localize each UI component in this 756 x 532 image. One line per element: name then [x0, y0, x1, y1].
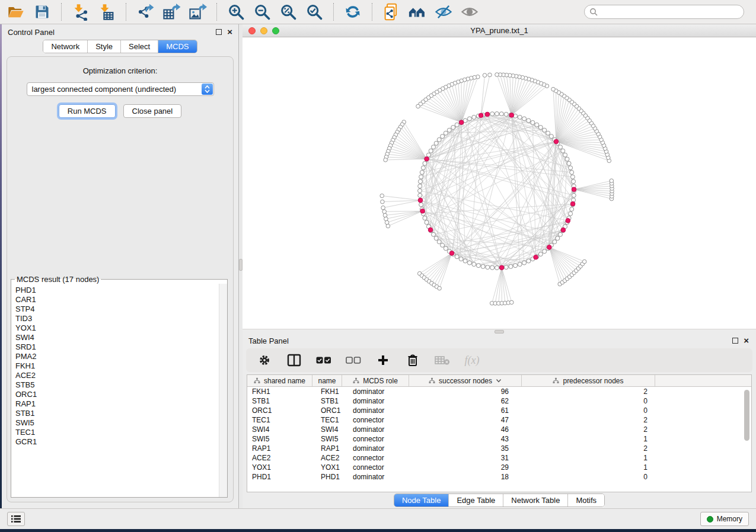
mcds-result-item[interactable]: STB1	[15, 409, 219, 418]
network-node[interactable]	[504, 265, 508, 270]
table-scrollbar-thumb[interactable]	[744, 390, 749, 441]
table-row[interactable]: TEC1TEC1connector472	[247, 415, 751, 425]
network-node[interactable]	[380, 194, 384, 198]
column-header-shared-name[interactable]: shared name	[247, 375, 312, 386]
float-panel-icon[interactable]	[216, 29, 222, 35]
network-node[interactable]	[476, 264, 480, 268]
network-node[interactable]	[510, 300, 514, 305]
network-view[interactable]	[243, 37, 756, 329]
network-node[interactable]	[559, 232, 563, 236]
network-node[interactable]	[549, 134, 553, 139]
maximize-window-icon[interactable]	[272, 27, 279, 34]
table-row[interactable]: PHD1PHD1dominator180	[247, 472, 751, 482]
add-column-icon[interactable]	[375, 352, 391, 368]
network-node[interactable]	[572, 180, 576, 184]
home-networks-icon[interactable]	[407, 2, 428, 22]
network-node[interactable]	[426, 153, 430, 157]
tab-style[interactable]: Style	[88, 40, 121, 53]
memory-button[interactable]: Memory	[700, 512, 749, 526]
mcds-result-item[interactable]: FKH1	[15, 361, 219, 371]
network-node[interactable]	[451, 126, 455, 130]
network-node[interactable]	[567, 161, 571, 165]
tab-network-table[interactable]: Network Table	[503, 494, 568, 507]
table-scrollbar[interactable]	[744, 388, 750, 491]
network-node[interactable]	[483, 73, 487, 78]
network-node[interactable]	[570, 170, 574, 174]
network-node[interactable]	[556, 236, 560, 241]
network-node[interactable]	[432, 232, 436, 236]
network-node[interactable]	[518, 115, 522, 119]
network-node[interactable]	[535, 123, 539, 127]
mcds-result-item[interactable]: SWI5	[15, 418, 219, 428]
network-node[interactable]	[513, 264, 518, 268]
zoom-selected-icon[interactable]	[304, 2, 324, 22]
network-node[interactable]	[522, 117, 527, 121]
network-node[interactable]	[518, 262, 522, 267]
mcds-list-scrollbar[interactable]	[219, 284, 227, 497]
mcds-result-item[interactable]: PMA2	[15, 352, 219, 361]
zoom-out-icon[interactable]	[252, 2, 272, 22]
zoom-fit-icon[interactable]	[278, 2, 298, 22]
mcds-result-item[interactable]: SWI4	[15, 333, 219, 342]
network-node[interactable]	[434, 236, 438, 241]
network-node[interactable]	[455, 123, 459, 127]
network-node[interactable]	[509, 264, 513, 268]
table-row[interactable]: STB1STB1dominator620	[247, 396, 751, 406]
table-row[interactable]: FKH1FKH1dominator962	[247, 387, 751, 396]
mcds-node[interactable]	[428, 227, 433, 232]
table-row[interactable]: ACE2ACE2connector311	[247, 453, 751, 463]
network-node[interactable]	[546, 131, 550, 135]
mcds-node[interactable]	[572, 187, 576, 192]
task-history-button[interactable]	[7, 512, 25, 526]
mcds-node[interactable]	[509, 113, 514, 118]
mcds-node[interactable]	[554, 139, 559, 144]
export-network-icon[interactable]	[135, 2, 155, 22]
network-node[interactable]	[495, 266, 499, 270]
mcds-result-item[interactable]: ORC1	[15, 390, 219, 399]
network-node[interactable]	[455, 255, 459, 259]
mcds-node[interactable]	[420, 209, 425, 214]
mcds-result-item[interactable]: RAP1	[15, 399, 219, 409]
network-node[interactable]	[565, 157, 569, 161]
import-table-icon[interactable]	[97, 2, 117, 22]
network-node[interactable]	[441, 243, 445, 247]
network-node[interactable]	[569, 211, 573, 216]
network-node[interactable]	[432, 145, 436, 149]
delete-column-icon[interactable]	[405, 352, 420, 368]
network-node[interactable]	[488, 73, 492, 77]
settings-gear-icon[interactable]	[257, 352, 272, 368]
network-node[interactable]	[419, 175, 423, 179]
mcds-node[interactable]	[566, 219, 570, 223]
network-node[interactable]	[463, 259, 467, 263]
zoom-in-icon[interactable]	[226, 2, 246, 22]
network-node[interactable]	[559, 145, 563, 149]
network-node[interactable]	[418, 180, 422, 184]
network-node[interactable]	[419, 203, 423, 207]
mcds-node[interactable]	[547, 245, 552, 250]
network-node[interactable]	[437, 137, 441, 142]
network-node[interactable]	[570, 207, 574, 211]
export-table-icon[interactable]	[161, 2, 181, 22]
optimization-criterion-select[interactable]: largest connected component (undirected)	[27, 82, 214, 96]
network-node[interactable]	[481, 264, 485, 268]
mcds-node[interactable]	[425, 157, 429, 162]
search-input[interactable]	[601, 8, 739, 16]
network-node[interactable]	[423, 216, 427, 220]
network-node[interactable]	[486, 265, 490, 270]
network-node[interactable]	[423, 161, 427, 165]
network-node[interactable]	[543, 249, 547, 254]
table-row[interactable]: ORC1ORC1dominator610	[247, 406, 751, 415]
network-node[interactable]	[418, 189, 422, 193]
network-node[interactable]	[381, 200, 385, 204]
mcds-result-item[interactable]: YOX1	[15, 323, 219, 333]
network-node[interactable]	[382, 210, 387, 214]
tab-mcds[interactable]: MCDS	[158, 40, 196, 53]
table-row[interactable]: RAP1RAP1dominator352	[247, 444, 751, 453]
hide-selected-icon[interactable]	[433, 2, 454, 22]
network-share-icon[interactable]	[381, 2, 401, 22]
mcds-result-item[interactable]: GCR1	[15, 437, 219, 447]
minimize-window-icon[interactable]	[260, 27, 267, 34]
mcds-result-item[interactable]: PHD1	[15, 286, 219, 295]
network-node[interactable]	[527, 118, 531, 123]
network-node[interactable]	[425, 220, 429, 225]
